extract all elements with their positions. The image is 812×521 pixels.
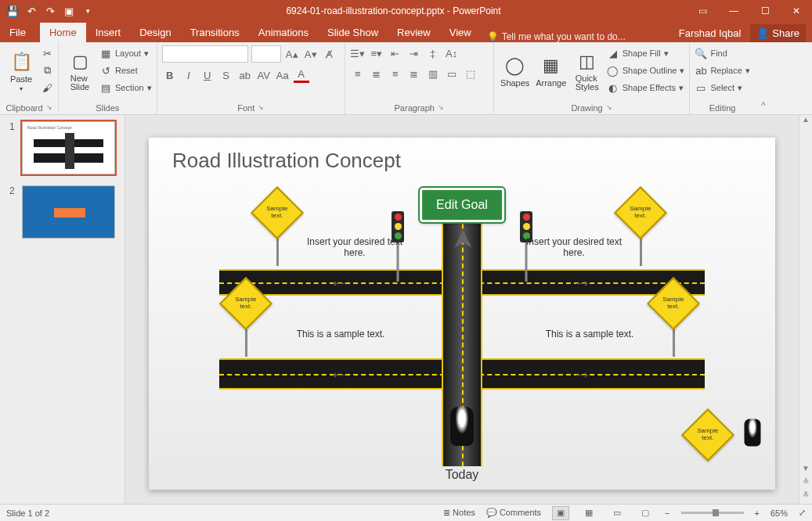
- italic-button[interactable]: I: [181, 67, 197, 83]
- drawing-launcher-icon[interactable]: ↘: [606, 103, 612, 113]
- text-shadow-button[interactable]: ab: [237, 67, 253, 83]
- bullets-button[interactable]: ☰▾: [350, 45, 366, 61]
- align-right-button[interactable]: ≡: [388, 66, 403, 81]
- shape-fill-button[interactable]: ◢Shape Fill ▾: [607, 45, 685, 61]
- clear-formatting-icon[interactable]: A̸: [322, 46, 337, 62]
- shape-effects-button[interactable]: ◐Shape Effects ▾: [607, 80, 685, 95]
- columns-button[interactable]: ▥: [425, 66, 441, 81]
- change-case-button[interactable]: Aa: [275, 67, 291, 83]
- callout-lower-right[interactable]: This is a sample text.: [523, 329, 656, 340]
- tab-file[interactable]: File: [0, 23, 35, 42]
- undo-icon[interactable]: ↶: [25, 5, 38, 17]
- reset-button[interactable]: ↺Reset: [99, 63, 152, 78]
- increase-indent-button[interactable]: ⇥: [406, 45, 422, 61]
- copy-button[interactable]: ⧉: [41, 63, 53, 78]
- diamond-sign-3[interactable]: Sample text.: [227, 285, 265, 357]
- slide-editor[interactable]: Road Illustration Concept ← ← ← ← ➤ Edit…: [125, 115, 799, 504]
- scroll-up-icon[interactable]: ▲: [799, 115, 812, 128]
- normal-view-icon[interactable]: ▣: [552, 506, 569, 520]
- today-label[interactable]: Today: [446, 468, 479, 482]
- vertical-scrollbar[interactable]: ▲ ▼ ≜ ≚: [799, 115, 812, 504]
- zoom-in-button[interactable]: +: [755, 508, 760, 518]
- slide-sorter-view-icon[interactable]: ▦: [580, 506, 597, 520]
- tab-home[interactable]: Home: [40, 23, 86, 42]
- align-center-button[interactable]: ≣: [369, 66, 384, 81]
- numbering-button[interactable]: ≡▾: [369, 45, 384, 61]
- notes-button[interactable]: ≣ Notes: [443, 508, 475, 518]
- ribbon-display-options-icon[interactable]: ▭: [687, 0, 718, 22]
- tab-design[interactable]: Design: [130, 23, 180, 42]
- slide-canvas[interactable]: Road Illustration Concept ← ← ← ← ➤ Edit…: [149, 138, 775, 490]
- font-launcher-icon[interactable]: ↘: [258, 103, 264, 113]
- font-color-button[interactable]: A: [294, 67, 309, 83]
- tab-slideshow[interactable]: Slide Show: [318, 23, 388, 42]
- layout-button[interactable]: ▦Layout ▾: [99, 45, 152, 61]
- zoom-out-button[interactable]: −: [665, 508, 669, 518]
- scroll-down-icon[interactable]: ▼: [799, 464, 812, 477]
- new-slide-button[interactable]: ▢New Slide: [63, 45, 96, 97]
- signed-in-user[interactable]: Farshad Iqbal: [679, 27, 742, 39]
- maximize-button[interactable]: ☐: [749, 0, 781, 22]
- quick-styles-button[interactable]: ◫Quick Styles: [571, 45, 604, 97]
- callout-upper-left[interactable]: Insert your desired text here.: [304, 236, 406, 258]
- slide-title[interactable]: Road Illustration Concept: [172, 149, 401, 173]
- cut-button[interactable]: ✂: [41, 45, 53, 61]
- comments-button[interactable]: 💬 Comments: [486, 508, 541, 518]
- slide-counter[interactable]: Slide 1 of 2: [6, 508, 49, 518]
- decrease-indent-button[interactable]: ⇤: [388, 45, 403, 61]
- paragraph-launcher-icon[interactable]: ↘: [438, 103, 444, 113]
- slideshow-view-icon[interactable]: ▢: [637, 506, 654, 520]
- callout-upper-right[interactable]: Insert your desired text here.: [523, 236, 625, 258]
- next-slide-icon[interactable]: ≚: [799, 490, 812, 504]
- share-button[interactable]: 👤Share: [750, 24, 806, 42]
- fit-to-window-icon[interactable]: ⤢: [799, 508, 806, 518]
- zoom-slider[interactable]: [681, 512, 744, 514]
- close-button[interactable]: ✕: [781, 0, 812, 22]
- arrange-button[interactable]: ▦Arrange: [535, 45, 568, 97]
- find-button[interactable]: 🔍Find: [695, 45, 749, 61]
- qat-customize-icon[interactable]: ▾: [81, 5, 94, 17]
- slide-thumbnail-2[interactable]: [22, 185, 115, 239]
- format-painter-button[interactable]: 🖌: [41, 80, 53, 95]
- diamond-sign-4[interactable]: Sample text.: [655, 285, 692, 357]
- font-size-combo[interactable]: [251, 45, 281, 63]
- strikethrough-button[interactable]: S: [218, 67, 234, 83]
- shape-outline-button[interactable]: ◯Shape Outline ▾: [607, 63, 685, 78]
- smartart-button[interactable]: ⬚: [463, 66, 478, 81]
- select-button[interactable]: ▭Select ▾: [695, 80, 749, 95]
- line-spacing-button[interactable]: ‡: [425, 45, 441, 61]
- tab-view[interactable]: View: [440, 23, 481, 42]
- goal-sign[interactable]: Edit Goal: [420, 188, 504, 222]
- clipboard-launcher-icon[interactable]: ↘: [46, 103, 52, 113]
- reading-view-icon[interactable]: ▭: [608, 506, 626, 520]
- justify-button[interactable]: ≣: [406, 66, 422, 81]
- section-button[interactable]: ▤Section ▾: [99, 80, 152, 95]
- start-from-beginning-icon[interactable]: ▣: [63, 5, 75, 17]
- tab-transitions[interactable]: Transitions: [181, 23, 249, 42]
- text-direction-button[interactable]: A↕: [444, 45, 460, 61]
- redo-icon[interactable]: ↷: [44, 5, 56, 17]
- align-left-button[interactable]: ≡: [350, 66, 366, 81]
- shrink-font-icon[interactable]: A▾: [303, 46, 319, 62]
- save-icon[interactable]: 💾: [6, 5, 19, 17]
- underline-button[interactable]: U: [200, 67, 215, 83]
- tab-insert[interactable]: Insert: [86, 23, 131, 42]
- previous-slide-icon[interactable]: ≜: [799, 477, 812, 490]
- replace-button[interactable]: abReplace ▾: [695, 63, 749, 78]
- shapes-button[interactable]: ◯Shapes: [499, 45, 532, 97]
- grow-font-icon[interactable]: A▴: [284, 46, 300, 62]
- collapse-ribbon-icon[interactable]: ^: [755, 42, 772, 114]
- minimize-button[interactable]: —: [718, 0, 749, 22]
- tab-animations[interactable]: Animations: [249, 23, 318, 42]
- tab-review[interactable]: Review: [388, 23, 440, 42]
- diamond-sign-legend[interactable]: Sample text.: [689, 416, 727, 454]
- tell-me-search[interactable]: 💡Tell me what you want to do...: [481, 31, 632, 42]
- car-shape-legend[interactable]: [745, 419, 761, 446]
- slide-thumbnail-1[interactable]: Road Illustration Concept: [22, 121, 115, 174]
- diamond-sign-1[interactable]: Sample text.: [258, 194, 296, 266]
- bold-button[interactable]: B: [162, 67, 178, 83]
- callout-lower-left[interactable]: This is a sample text.: [274, 329, 407, 340]
- diamond-sign-2[interactable]: Sample text.: [622, 194, 659, 266]
- font-name-combo[interactable]: [162, 45, 248, 63]
- align-text-button[interactable]: ▭: [444, 66, 460, 81]
